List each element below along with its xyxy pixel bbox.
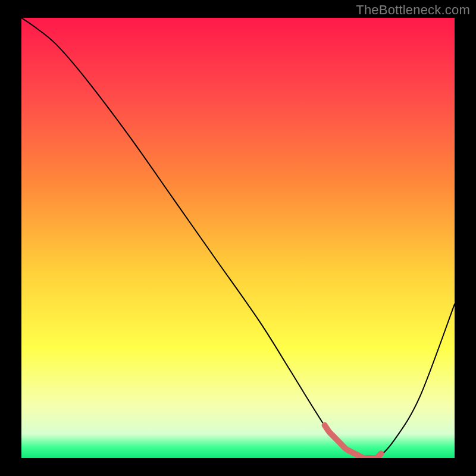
chart-stage: TheBottleneck.com: [0, 0, 476, 476]
gradient-background: [21, 18, 455, 458]
watermark-text: TheBottleneck.com: [356, 2, 470, 18]
bottleneck-plot: [21, 18, 455, 458]
plot-svg: [21, 18, 455, 458]
